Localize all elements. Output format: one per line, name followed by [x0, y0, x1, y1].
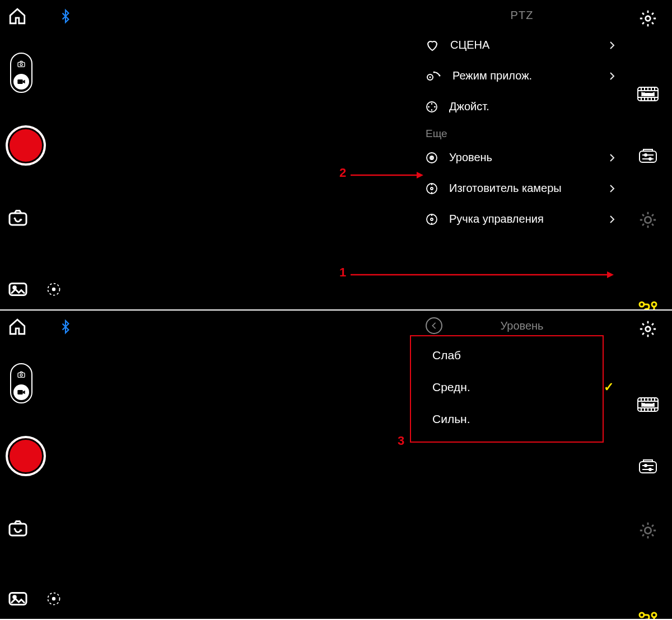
- menu-label: СЦЕНА: [450, 39, 598, 51]
- svg-point-10: [439, 74, 441, 76]
- menu-item-control-handle[interactable]: Ручка управления: [422, 204, 622, 234]
- svg-point-37: [20, 374, 22, 376]
- svg-rect-0: [18, 62, 25, 67]
- check-icon: ✓: [604, 380, 614, 394]
- mode-normal-icon[interactable]: Normal: [637, 397, 659, 412]
- panel-title: PTZ: [422, 4, 622, 30]
- marker-2-arrow: [351, 171, 423, 180]
- chevron-right-icon: [609, 215, 615, 224]
- screenshot-bottom: Уровень Слаб Средн. ✓ Сильн. Normal: [0, 309, 672, 619]
- gear-icon[interactable]: [638, 9, 657, 28]
- bluetooth-icon[interactable]: [58, 318, 73, 336]
- right-rail: Normal: [624, 0, 672, 309]
- svg-point-19: [431, 218, 433, 220]
- record-button[interactable]: [6, 125, 46, 166]
- chevron-right-icon: [609, 153, 615, 162]
- svg-text:Normal: Normal: [642, 92, 655, 96]
- svg-point-43: [53, 598, 55, 600]
- menu-label: Уровень: [449, 151, 598, 164]
- level-icon: [426, 152, 438, 164]
- settings-sliders-icon[interactable]: [638, 458, 658, 475]
- svg-point-7: [53, 288, 55, 291]
- svg-point-44: [646, 327, 651, 332]
- svg-rect-47: [640, 462, 656, 473]
- svg-text:Normal: Normal: [642, 403, 655, 407]
- chevron-right-icon: [609, 41, 615, 50]
- bottom-left-tools: [8, 591, 62, 607]
- topbar: [8, 317, 73, 336]
- marker-3-box: [410, 335, 604, 443]
- gallery-icon[interactable]: [8, 591, 28, 607]
- marker-3: 3: [398, 434, 404, 448]
- menu-item-camera-maker[interactable]: Изготовитель камеры: [422, 173, 622, 204]
- home-icon[interactable]: [8, 317, 27, 336]
- heart-icon: [426, 39, 439, 51]
- appmode-icon: [426, 71, 441, 82]
- chevron-right-icon: [609, 72, 615, 81]
- menu-item-scene[interactable]: СЦЕНА: [422, 30, 622, 60]
- svg-point-1: [20, 63, 22, 65]
- record-button[interactable]: [6, 436, 46, 476]
- section-more: Еще: [422, 122, 622, 142]
- camera-switch-icon[interactable]: [8, 209, 28, 227]
- svg-rect-38: [17, 390, 22, 394]
- submenu-title: Уровень: [450, 320, 594, 332]
- brightness-icon[interactable]: [638, 210, 657, 229]
- bluetooth-icon[interactable]: [58, 7, 73, 25]
- camera-switch-icon[interactable]: [8, 520, 28, 538]
- menu-item-joystick[interactable]: Джойст.: [422, 91, 622, 122]
- joystick-icon: [426, 101, 438, 113]
- photo-video-toggle[interactable]: [10, 363, 32, 403]
- right-rail: Normal: [624, 311, 672, 619]
- marker-1-arrow: [351, 270, 614, 279]
- home-icon[interactable]: [8, 7, 27, 26]
- svg-point-9: [430, 76, 431, 78]
- settings-panel: PTZ СЦЕНА Режим прилож.: [422, 4, 622, 234]
- menu-label: Джойст.: [449, 100, 615, 113]
- svg-marker-35: [607, 271, 614, 278]
- topbar: [8, 7, 73, 26]
- handle-icon: [426, 213, 438, 226]
- svg-rect-23: [640, 151, 656, 162]
- menu-label: Ручка управления: [449, 213, 598, 226]
- gear-icon[interactable]: [638, 320, 657, 339]
- svg-point-52: [645, 527, 651, 533]
- svg-rect-36: [18, 373, 25, 377]
- back-button[interactable]: [426, 317, 442, 334]
- mode-normal-icon[interactable]: Normal: [637, 86, 659, 102]
- svg-point-28: [645, 217, 651, 223]
- menu-item-level[interactable]: Уровень: [422, 142, 622, 173]
- connection-icon[interactable]: [637, 301, 659, 309]
- chevron-right-icon: [609, 184, 615, 193]
- screenshot-top: PTZ СЦЕНА Режим прилож.: [0, 0, 672, 309]
- svg-marker-33: [417, 172, 423, 179]
- brightness-icon[interactable]: [638, 521, 657, 540]
- menu-label: Режим прилож.: [452, 69, 598, 82]
- svg-rect-39: [10, 524, 26, 536]
- svg-rect-3: [10, 213, 26, 225]
- svg-point-20: [646, 16, 651, 21]
- menu-item-appmode[interactable]: Режим прилож.: [422, 60, 622, 91]
- left-controls: [0, 311, 112, 619]
- svg-point-11: [433, 71, 435, 73]
- target-icon[interactable]: [46, 281, 62, 297]
- left-controls: [0, 0, 112, 309]
- marker-2: 2: [339, 166, 346, 180]
- svg-rect-2: [17, 79, 22, 84]
- connection-icon[interactable]: [637, 612, 659, 619]
- target-icon[interactable]: [46, 591, 62, 607]
- menu-label: Изготовитель камеры: [449, 182, 598, 195]
- gallery-icon[interactable]: [8, 281, 28, 297]
- svg-point-17: [431, 187, 433, 190]
- marker-1: 1: [339, 265, 346, 280]
- svg-point-15: [431, 157, 432, 158]
- settings-sliders-icon[interactable]: [638, 148, 658, 165]
- bottom-left-tools: [8, 281, 62, 297]
- maker-icon: [426, 182, 438, 195]
- photo-video-toggle[interactable]: [10, 53, 32, 93]
